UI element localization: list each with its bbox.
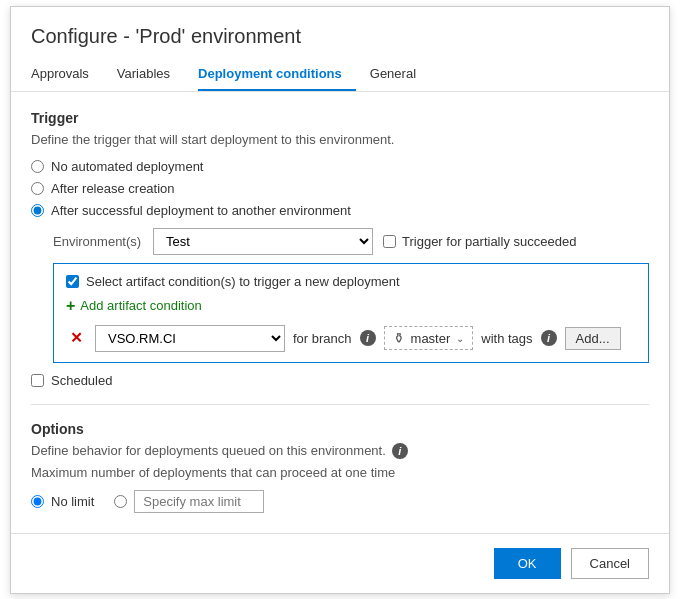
artifact-condition-box: Select artifact condition(s) to trigger … xyxy=(53,263,649,363)
options-sub-label: Maximum number of deployments that can p… xyxy=(31,465,649,480)
tags-info-icon[interactable]: i xyxy=(541,330,557,346)
options-radio-row: No limit xyxy=(31,490,649,513)
no-limit-option[interactable]: No limit xyxy=(31,494,94,509)
specify-max-input[interactable] xyxy=(134,490,264,513)
no-limit-label: No limit xyxy=(51,494,94,509)
trigger-radio-group: No automated deployment After release cr… xyxy=(31,159,649,218)
environment-row: Environment(s) Test Trigger for partiall… xyxy=(53,228,649,255)
tab-deployment-conditions[interactable]: Deployment conditions xyxy=(198,58,356,91)
options-section-title: Options xyxy=(31,421,649,437)
tab-variables[interactable]: Variables xyxy=(117,58,184,91)
configure-dialog: Configure - 'Prod' environment Approvals… xyxy=(10,6,670,594)
branch-info-icon[interactable]: i xyxy=(360,330,376,346)
branch-value: master xyxy=(411,331,451,346)
ok-button[interactable]: OK xyxy=(494,548,561,579)
radio-no-automated-label: No automated deployment xyxy=(51,159,203,174)
specify-max-option[interactable] xyxy=(114,490,264,513)
options-info-icon[interactable]: i xyxy=(392,443,408,459)
radio-after-release[interactable]: After release creation xyxy=(31,181,649,196)
radio-after-successful[interactable]: After successful deployment to another e… xyxy=(31,203,649,218)
add-artifact-condition[interactable]: + Add artifact condition xyxy=(66,297,636,315)
branch-icon: ⚱ xyxy=(393,330,405,346)
add-tag-button[interactable]: Add... xyxy=(565,327,621,350)
dialog-footer: OK Cancel xyxy=(11,533,669,593)
trigger-partial-label: Trigger for partially succeeded xyxy=(402,234,576,249)
for-branch-label: for branch xyxy=(293,331,352,346)
trigger-partial-checkbox[interactable] xyxy=(383,235,396,248)
delete-artifact-button[interactable]: ✕ xyxy=(66,327,87,349)
plus-icon: + xyxy=(66,297,75,315)
specify-max-radio[interactable] xyxy=(114,495,127,508)
trigger-section-title: Trigger xyxy=(31,110,649,126)
tab-bar: Approvals Variables Deployment condition… xyxy=(11,58,669,92)
trigger-description: Define the trigger that will start deplo… xyxy=(31,132,649,147)
options-description: Define behavior for deployments queued o… xyxy=(31,443,649,459)
options-section: Options Define behavior for deployments … xyxy=(31,421,649,513)
artifact-header: Select artifact condition(s) to trigger … xyxy=(66,274,636,289)
dialog-content: Trigger Define the trigger that will sta… xyxy=(11,92,669,533)
artifact-checkbox-label: Select artifact condition(s) to trigger … xyxy=(86,274,400,289)
tab-approvals[interactable]: Approvals xyxy=(31,58,103,91)
radio-after-successful-input[interactable] xyxy=(31,204,44,217)
artifact-row: ✕ VSO.RM.CI for branch i ⚱ master ⌄ with… xyxy=(66,325,636,352)
env-label: Environment(s) xyxy=(53,234,143,249)
with-tags-label: with tags xyxy=(481,331,532,346)
section-divider xyxy=(31,404,649,405)
env-select[interactable]: Test xyxy=(153,228,373,255)
radio-no-automated-input[interactable] xyxy=(31,160,44,173)
radio-no-automated[interactable]: No automated deployment xyxy=(31,159,649,174)
radio-after-successful-label: After successful deployment to another e… xyxy=(51,203,351,218)
dialog-title: Configure - 'Prod' environment xyxy=(11,7,669,58)
artifact-select[interactable]: VSO.RM.CI xyxy=(95,325,285,352)
radio-after-release-input[interactable] xyxy=(31,182,44,195)
scheduled-label: Scheduled xyxy=(51,373,112,388)
radio-after-release-label: After release creation xyxy=(51,181,175,196)
no-limit-radio[interactable] xyxy=(31,495,44,508)
artifact-checkbox[interactable] xyxy=(66,275,79,288)
scheduled-row: Scheduled xyxy=(31,373,649,388)
chevron-down-icon: ⌄ xyxy=(456,333,464,344)
add-condition-label: Add artifact condition xyxy=(80,298,201,313)
trigger-partial-row: Trigger for partially succeeded xyxy=(383,234,576,249)
scheduled-checkbox[interactable] xyxy=(31,374,44,387)
options-description-text: Define behavior for deployments queued o… xyxy=(31,443,386,458)
branch-selector[interactable]: ⚱ master ⌄ xyxy=(384,326,474,350)
tab-general[interactable]: General xyxy=(370,58,430,91)
cancel-button[interactable]: Cancel xyxy=(571,548,649,579)
